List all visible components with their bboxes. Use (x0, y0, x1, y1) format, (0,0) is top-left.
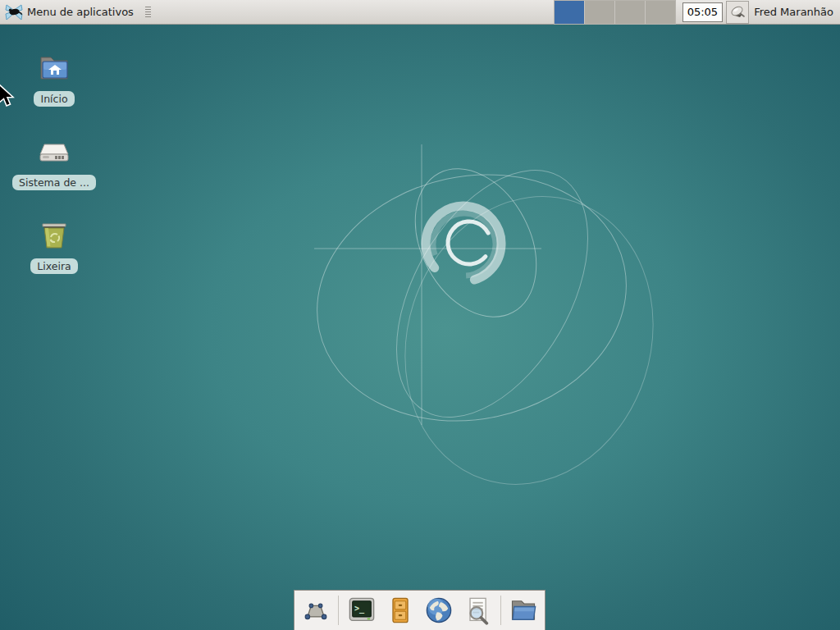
top-panel: Menu de aplicativos 05:05 Fred Maranhão (0, 0, 840, 25)
applications-menu-button[interactable]: Menu de aplicativos (0, 0, 139, 24)
wallpaper-art (0, 0, 840, 630)
xfce-logo-icon (5, 3, 23, 21)
terminal-icon: >_ (347, 596, 377, 625)
desktop-icon-label: Sistema de ... (12, 175, 96, 190)
file-cabinet-button[interactable] (384, 594, 416, 627)
desktop-icon-label: Lixeira (30, 258, 77, 274)
mouse-pointer-indicator-icon (728, 3, 746, 21)
workspace-4[interactable] (646, 1, 675, 24)
workspace-3[interactable] (615, 1, 646, 24)
dock-separator (338, 596, 339, 625)
logged-in-user[interactable]: Fred Maranhão (754, 6, 833, 18)
file-manager-button[interactable] (508, 594, 540, 627)
dock-separator (500, 596, 501, 625)
tray-button[interactable] (726, 1, 749, 24)
desktop-icon-filesystem[interactable]: Sistema de ... (0, 131, 108, 190)
desktop-icon-home[interactable]: Início (0, 48, 108, 107)
workspace-switcher (554, 0, 676, 25)
file-manager-icon (509, 596, 538, 625)
filesystem-drive-icon (34, 131, 74, 171)
show-desktop-button[interactable] (299, 594, 331, 627)
clock[interactable]: 05:05 (682, 2, 723, 22)
web-browser-button[interactable] (423, 594, 455, 627)
web-browser-icon (424, 596, 454, 625)
file-cabinet-icon (386, 596, 415, 625)
applications-menu-label: Menu de aplicativos (27, 6, 134, 18)
document-search-icon (463, 596, 492, 625)
desktop: Menu de aplicativos 05:05 Fred Maranhão (0, 0, 840, 630)
trash-icon (34, 215, 74, 254)
desktop-icon-trash[interactable]: Lixeira (0, 215, 108, 274)
svg-text:>_: >_ (354, 604, 365, 614)
document-search-button[interactable] (462, 594, 494, 627)
bottom-dock-panel: >_ (294, 590, 546, 630)
show-desktop-icon (301, 596, 331, 625)
home-folder-icon (34, 48, 74, 87)
desktop-icon-label: Início (34, 91, 74, 107)
terminal-button[interactable]: >_ (345, 594, 377, 627)
panel-grip-handle[interactable] (145, 7, 151, 18)
workspace-2[interactable] (585, 1, 615, 24)
workspace-1[interactable] (555, 1, 585, 24)
